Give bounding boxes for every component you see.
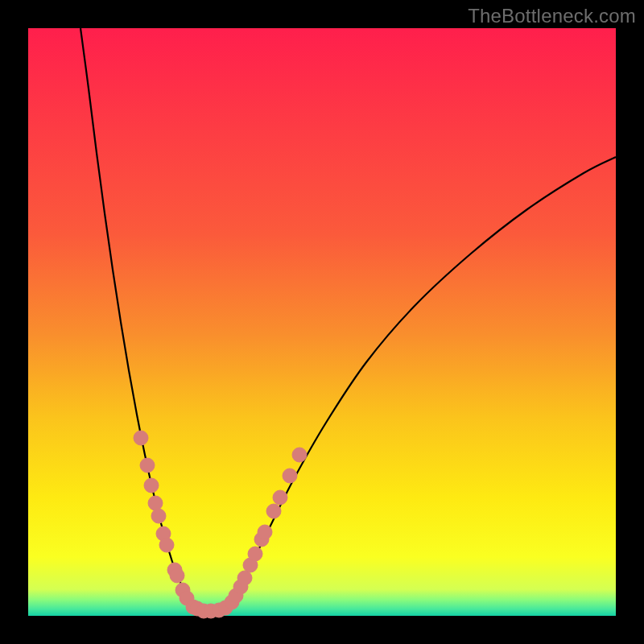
data-point bbox=[170, 568, 184, 583]
watermark-text: TheBottleneck.com bbox=[468, 5, 636, 27]
marker-layer bbox=[134, 431, 307, 618]
data-point bbox=[148, 496, 163, 510]
data-point bbox=[151, 509, 166, 523]
data-point bbox=[144, 478, 159, 493]
data-point bbox=[248, 547, 262, 561]
data-point bbox=[292, 448, 307, 462]
plot-area bbox=[28, 28, 616, 616]
curve-svg bbox=[28, 28, 616, 616]
data-point bbox=[140, 458, 155, 473]
data-point bbox=[258, 525, 272, 539]
data-point bbox=[266, 504, 281, 518]
data-point bbox=[237, 571, 252, 585]
data-point bbox=[273, 490, 287, 505]
bottleneck-curve bbox=[80, 28, 616, 611]
data-point bbox=[134, 431, 148, 445]
chart-stage: TheBottleneck.com bbox=[0, 0, 644, 644]
data-point bbox=[159, 538, 174, 552]
data-point bbox=[283, 469, 297, 483]
